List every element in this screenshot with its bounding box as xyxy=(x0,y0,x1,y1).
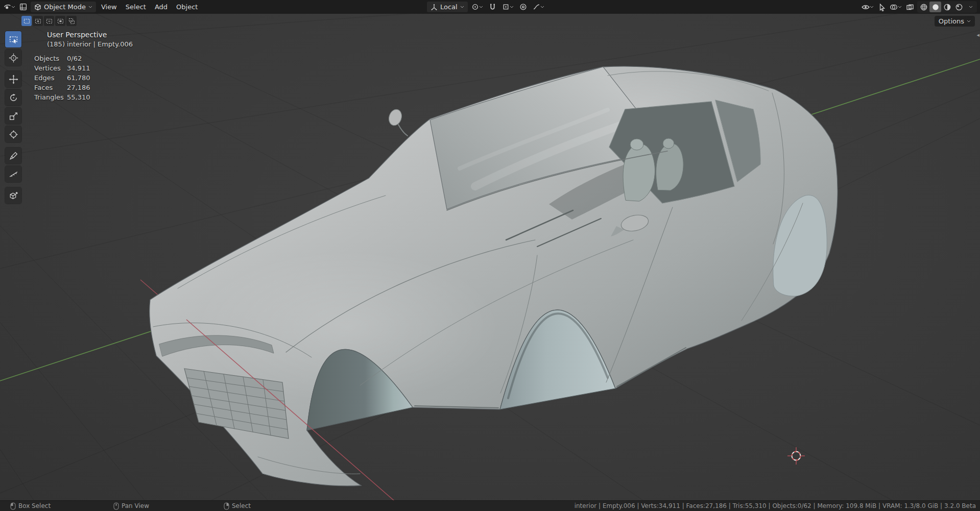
stat-label: Triangles xyxy=(34,93,67,101)
view-name: User Perspective xyxy=(47,31,133,39)
select-subtract-icon xyxy=(46,18,53,25)
xray-icon xyxy=(906,3,914,11)
magnet-icon xyxy=(489,3,496,11)
select-box-icon xyxy=(9,35,18,44)
chevron-down-icon xyxy=(11,6,15,8)
mode-label: Object Mode xyxy=(44,3,86,11)
stat-value: 0/62 xyxy=(67,55,133,62)
select-mode-extend[interactable] xyxy=(33,16,43,26)
snap-target-icon xyxy=(502,3,510,11)
proportional-falloff-dropdown[interactable] xyxy=(532,2,545,12)
viewport-toolbar xyxy=(5,31,21,204)
mouse-left-icon xyxy=(10,502,16,510)
mouse-right-icon xyxy=(224,502,229,510)
headrest-right xyxy=(663,138,674,149)
hint-label: Pan View xyxy=(122,502,149,509)
select-mode-set[interactable] xyxy=(21,16,32,26)
editor-type-button[interactable] xyxy=(17,2,29,12)
tool-transform[interactable] xyxy=(5,126,21,142)
status-bar: Box Select Pan View Select interior | Em… xyxy=(0,500,980,511)
measure-ruler-icon xyxy=(9,169,18,179)
chevron-down-icon xyxy=(969,6,973,8)
stat-label: Edges xyxy=(34,74,67,82)
tool-add-cube[interactable] xyxy=(5,187,21,204)
rotate-tool-icon xyxy=(9,93,18,103)
transform-orientation-dropdown[interactable]: Local xyxy=(427,2,468,12)
add-cube-icon xyxy=(9,191,18,201)
cursor-3d xyxy=(787,447,805,465)
menu-view[interactable]: View xyxy=(98,2,121,12)
shading-wireframe-button[interactable] xyxy=(918,2,929,12)
falloff-curve-icon xyxy=(533,3,540,11)
overlays-icon xyxy=(890,3,898,11)
select-set-icon xyxy=(23,18,30,25)
viewport-overlay-info: User Perspective (185) interior | Empty.… xyxy=(34,31,133,101)
mouse-middle-icon xyxy=(113,502,119,510)
object-mode-icon xyxy=(34,4,41,11)
shading-material-button[interactable] xyxy=(941,2,953,12)
stat-value: 61,780 xyxy=(67,74,133,82)
options-label: Options xyxy=(939,17,964,25)
scale-tool-icon xyxy=(9,111,18,121)
mode-dropdown[interactable]: Object Mode xyxy=(31,2,96,12)
annotate-pen-icon xyxy=(9,151,18,161)
show-overlays-dropdown[interactable] xyxy=(889,2,902,12)
menu-object[interactable]: Object xyxy=(173,2,201,12)
sidebar-collapse-arrow[interactable]: ◂ xyxy=(976,32,979,38)
select-mode-intersect[interactable] xyxy=(66,16,77,26)
tool-rotate[interactable] xyxy=(5,89,21,106)
hint-label: Select xyxy=(232,502,251,509)
pivot-point-icon xyxy=(471,3,479,11)
hint-box-select: Box Select xyxy=(10,501,51,511)
tool-measure[interactable] xyxy=(5,166,21,182)
tool-cursor[interactable] xyxy=(5,50,21,66)
object-visibility-dropdown[interactable] xyxy=(861,2,874,12)
proportional-circle-icon xyxy=(519,3,527,11)
solid-sphere-icon xyxy=(931,3,940,11)
tool-annotate[interactable] xyxy=(5,148,21,164)
wireframe-sphere-icon xyxy=(920,3,928,11)
tool-settings-bar xyxy=(21,16,77,26)
main-header: Object Mode View Select Add Object Local xyxy=(0,0,980,14)
app-logo-icon xyxy=(4,3,11,11)
tool-scale[interactable] xyxy=(5,108,21,124)
stat-label: Vertices xyxy=(34,64,67,72)
select-mode-invert[interactable] xyxy=(55,16,65,26)
chevron-down-icon xyxy=(870,6,874,8)
proportional-editing-toggle[interactable] xyxy=(517,2,529,12)
app-menu-button[interactable] xyxy=(3,2,16,12)
hint-pan-view: Pan View xyxy=(113,501,149,511)
select-invert-icon xyxy=(57,18,64,25)
side-mirror-left xyxy=(387,108,404,127)
move-tool-icon xyxy=(9,75,18,84)
tool-select-box[interactable] xyxy=(5,31,21,47)
menu-select[interactable]: Select xyxy=(122,2,150,12)
pivot-point-dropdown[interactable] xyxy=(471,2,484,12)
viewport-3d[interactable] xyxy=(0,0,980,511)
chevron-down-icon xyxy=(510,6,514,8)
shading-options-dropdown[interactable] xyxy=(965,2,976,12)
snap-settings-dropdown[interactable] xyxy=(501,2,514,12)
snap-toggle[interactable] xyxy=(487,2,498,12)
shading-r endered-button[interactable] xyxy=(953,2,965,12)
scene-collection-info: (185) interior | Empty.006 xyxy=(47,40,133,48)
shading-solid-button[interactable] xyxy=(929,2,941,12)
select-extend-icon xyxy=(35,18,41,25)
show-gizmos-toggle[interactable] xyxy=(876,2,888,12)
cursor-tool-icon xyxy=(9,53,18,63)
hint-select: Select xyxy=(224,501,251,511)
select-intersect-icon xyxy=(68,18,75,25)
shading-mode-group xyxy=(917,1,977,13)
select-mode-subtract[interactable] xyxy=(44,16,54,26)
car-model[interactable] xyxy=(150,66,838,486)
menu-add[interactable]: Add xyxy=(151,2,171,12)
chevron-down-icon xyxy=(898,6,902,8)
orientation-label: Local xyxy=(440,3,458,11)
stat-value: 34,911 xyxy=(67,64,133,72)
scene-stats: Objects0/62 Vertices34,911 Edges61,780 F… xyxy=(34,55,133,101)
toggle-xray[interactable] xyxy=(904,2,916,12)
gizmo-cursor-icon xyxy=(878,3,886,11)
tool-move[interactable] xyxy=(5,71,21,87)
stat-value: 55,310 xyxy=(67,93,133,101)
options-dropdown[interactable]: Options xyxy=(935,16,975,27)
